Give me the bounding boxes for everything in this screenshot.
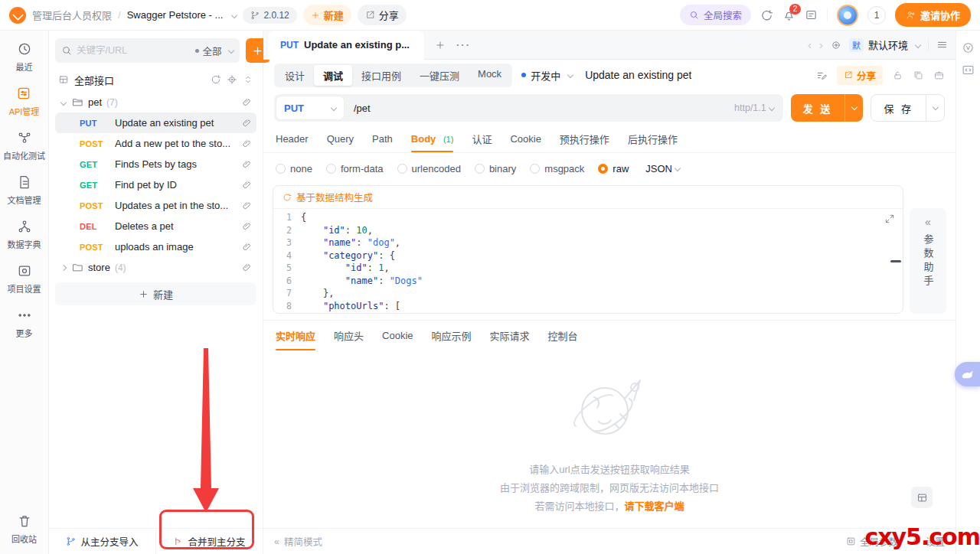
- code-line[interactable]: 7 },: [273, 287, 903, 300]
- save-button[interactable]: 保 存: [871, 94, 945, 122]
- tab-actual-request[interactable]: 实际请求: [490, 321, 530, 350]
- invite-collab-button[interactable]: 邀请协作: [895, 3, 971, 27]
- save-options-caret[interactable]: [926, 95, 944, 121]
- tab-cases[interactable]: 接口用例: [352, 65, 410, 86]
- simple-mode-toggle[interactable]: « 精简模式: [274, 534, 322, 549]
- tab-cookie[interactable]: Cookie: [510, 125, 541, 152]
- folder-row-store[interactable]: store (4): [55, 257, 256, 278]
- layout-toggle-button[interactable]: [911, 487, 933, 508]
- json-editor[interactable]: 基于数据结构生成 1{2 "id": 10,3 "name": "dog",4 …: [273, 185, 903, 314]
- rail-item-data-dictionary[interactable]: 数据字典: [8, 219, 41, 250]
- api-row-find-by-id[interactable]: GET Find pet by ID: [55, 174, 256, 195]
- code-line[interactable]: 5 "id": 1,: [273, 262, 903, 275]
- rail-item-doc-management[interactable]: 文档管理: [8, 174, 41, 206]
- rail-item-recent[interactable]: 最近: [16, 41, 33, 73]
- open-doc-tab[interactable]: PUT Update an existing p...: [268, 31, 424, 60]
- lock-icon[interactable]: [892, 70, 903, 81]
- tab-query[interactable]: Query: [327, 125, 354, 152]
- avatar[interactable]: [837, 5, 858, 26]
- method-select[interactable]: PUT: [276, 96, 344, 119]
- nav-forward-icon[interactable]: ›: [819, 39, 823, 51]
- code-line[interactable]: 8 "photoUrls": [: [273, 300, 903, 313]
- rail-item-more[interactable]: 更多: [16, 308, 33, 339]
- import-from-main-button[interactable]: 从主分支导入: [49, 529, 155, 554]
- sync-icon[interactable]: [760, 8, 773, 21]
- rail-item-api-management[interactable]: API管理: [9, 86, 40, 117]
- assistant-whale-button[interactable]: [955, 362, 980, 386]
- environment-select[interactable]: 默 默认环境: [849, 37, 920, 52]
- workspace-name[interactable]: 管理后台人员权限: [32, 8, 112, 22]
- tab-post-actions[interactable]: 后执行操作: [628, 125, 678, 152]
- code-line[interactable]: 2 "id": 10,: [273, 224, 903, 237]
- share-button[interactable]: 分享: [358, 5, 407, 25]
- project-chevron-down-icon[interactable]: [231, 11, 237, 18]
- body-type-urlencoded[interactable]: urlencoded: [397, 163, 461, 174]
- env-menu-icon[interactable]: [936, 39, 948, 51]
- notifications-button[interactable]: 2: [782, 8, 795, 21]
- rail-item-automated-testing[interactable]: 自动化测试: [3, 130, 45, 161]
- tab-loadtest[interactable]: 一键压测: [410, 65, 469, 86]
- changelog-icon[interactable]: [805, 8, 818, 21]
- tab-console[interactable]: 控制台: [548, 321, 578, 350]
- folder-row-pet[interactable]: pet (7): [55, 92, 256, 112]
- api-row-add-pet[interactable]: POST Add a new pet to the sto...: [55, 133, 256, 154]
- collapse-left-icon[interactable]: «: [925, 216, 931, 228]
- global-search-button[interactable]: 全局搜索: [680, 5, 751, 25]
- api-row-updates-pet-store[interactable]: POST Updates a pet in the sto...: [55, 195, 256, 216]
- url-bar[interactable]: PUT /pet http/1.1: [274, 94, 783, 122]
- edit-doc-icon[interactable]: [816, 70, 828, 81]
- member-count[interactable]: 1: [867, 6, 886, 24]
- search-input[interactable]: [77, 45, 191, 56]
- tab-mock[interactable]: Mock: [469, 65, 511, 86]
- editor-scrollbar[interactable]: [890, 260, 901, 262]
- all-apis-row[interactable]: 全部接口: [49, 69, 263, 90]
- api-row-find-by-tags[interactable]: GET Finds Pets by tags: [55, 154, 256, 174]
- body-type-msgpack[interactable]: msgpack: [530, 163, 584, 174]
- generate-from-schema-link[interactable]: 基于数据结构生成: [273, 186, 903, 209]
- code-panel-icon[interactable]: [962, 64, 975, 77]
- body-type-binary[interactable]: binary: [475, 163, 516, 174]
- tab-auth[interactable]: 认证: [472, 125, 492, 152]
- tab-more-icon[interactable]: ···: [456, 39, 471, 51]
- env-target-icon[interactable]: [831, 40, 841, 51]
- code-line[interactable]: 6 "name": "Dogs": [273, 275, 903, 288]
- code-line[interactable]: 1{: [273, 211, 903, 224]
- refresh-icon[interactable]: [211, 74, 221, 85]
- share-doc-button[interactable]: 分享: [837, 66, 883, 85]
- copy-icon[interactable]: [913, 70, 924, 81]
- rail-item-project-settings[interactable]: 项目设置: [8, 263, 41, 295]
- search-box[interactable]: 全部: [55, 38, 240, 63]
- body-type-raw[interactable]: raw: [598, 163, 629, 174]
- status-select[interactable]: 开发中: [521, 68, 573, 83]
- nav-back-icon[interactable]: ‹: [808, 39, 812, 51]
- tab-debug[interactable]: 调试: [314, 65, 352, 86]
- raw-language-select[interactable]: JSON: [645, 163, 680, 174]
- version-circle-icon[interactable]: [962, 41, 975, 54]
- send-options-caret[interactable]: [844, 94, 863, 122]
- new-button[interactable]: 新建: [303, 5, 351, 25]
- api-row-deletes-pet[interactable]: DEL Deletes a pet: [55, 216, 256, 236]
- archive-icon[interactable]: [933, 70, 945, 81]
- tab-response-examples[interactable]: 响应示例: [432, 321, 472, 350]
- search-filter-select[interactable]: 全部: [195, 44, 234, 58]
- code-line[interactable]: 4 "category": {: [273, 249, 903, 262]
- tab-design[interactable]: 设计: [276, 65, 314, 86]
- code-area[interactable]: 1{2 "id": 10,3 "name": "dog",4 "category…: [273, 209, 903, 313]
- tab-header[interactable]: Header: [276, 125, 309, 152]
- tab-response-cookie[interactable]: Cookie: [382, 321, 413, 350]
- param-helper-panel[interactable]: « 参数助手: [910, 208, 946, 314]
- send-button[interactable]: 发 送: [791, 94, 864, 122]
- tab-pre-actions[interactable]: 预执行操作: [560, 125, 609, 152]
- body-type-none[interactable]: none: [276, 163, 312, 174]
- merge-to-main-button[interactable]: 合并到主分支: [155, 529, 263, 554]
- locate-icon[interactable]: [227, 74, 237, 85]
- tab-path[interactable]: Path: [372, 125, 393, 152]
- expand-editor-icon[interactable]: [884, 213, 895, 224]
- code-line[interactable]: 3 "name": "dog",: [273, 236, 903, 249]
- api-row-uploads-image[interactable]: POST uploads an image: [55, 236, 256, 257]
- rail-item-trash[interactable]: 回收站: [11, 513, 37, 545]
- app-logo-icon[interactable]: [9, 7, 26, 24]
- download-client-link[interactable]: 请下载客户端: [624, 500, 684, 512]
- tab-body[interactable]: Body (1): [411, 125, 454, 152]
- new-api-button[interactable]: 新建: [55, 282, 256, 305]
